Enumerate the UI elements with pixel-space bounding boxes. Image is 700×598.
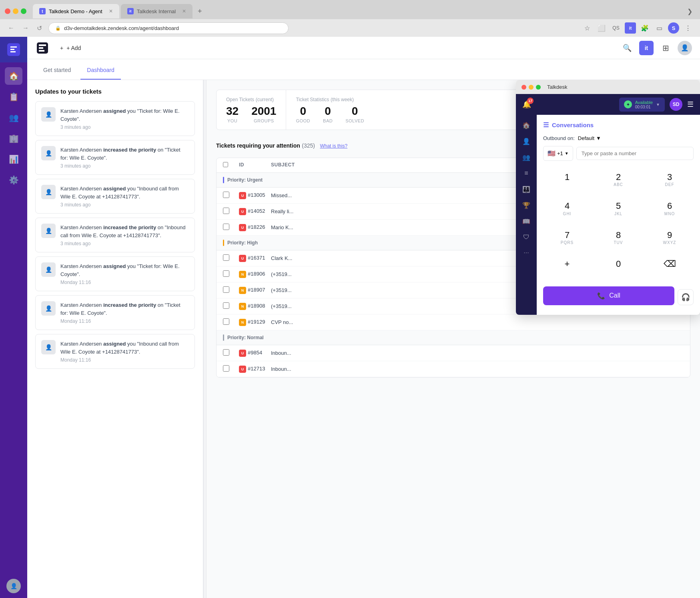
dialpad-key-7[interactable]: 7 PQRS <box>543 225 591 251</box>
popup-nav-queue[interactable]: ≡ <box>519 166 534 180</box>
td-ext-icon[interactable]: it <box>625 22 636 34</box>
new-tab-button[interactable]: + <box>194 6 205 17</box>
row-checkbox[interactable] <box>223 302 229 309</box>
sidebar-item-tickets[interactable]: 📋 <box>5 88 22 106</box>
priority-urgent-bar <box>223 177 224 183</box>
popup-close-button[interactable] <box>521 85 526 90</box>
tab1-close[interactable]: ✕ <box>109 8 113 14</box>
cs-ext-icon[interactable]: QS <box>610 22 622 34</box>
ticket-id: U#12713 <box>239 366 271 373</box>
row-checkbox[interactable] <box>223 270 229 277</box>
url-bar[interactable]: 🔒 d3v-demotalkdesk.zendesk.com/agent/das… <box>48 22 289 34</box>
sidebar-item-users[interactable]: 👥 <box>5 109 22 126</box>
country-selector[interactable]: 🇺🇸 +1 ▼ <box>543 146 573 161</box>
outbound-select[interactable]: Default ▼ <box>578 135 601 141</box>
dialpad-key-5[interactable]: 5 JKL <box>594 196 642 222</box>
add-button[interactable]: + + Add <box>56 42 85 54</box>
phone-number-input[interactable] <box>576 147 694 160</box>
row-checkbox[interactable] <box>223 286 229 293</box>
back-button[interactable]: ← <box>6 23 16 33</box>
row-checkbox[interactable] <box>223 365 229 372</box>
popup-nav-team[interactable]: 👨‍👩‍👦 <box>519 182 534 196</box>
row-checkbox[interactable] <box>223 254 229 261</box>
tabs-bar: Get started Dashboard <box>27 59 700 80</box>
popup-nav-conversations[interactable]: 👤 <box>519 134 534 148</box>
sidebar-item-home[interactable]: 🏠 <box>5 67 22 85</box>
table-row[interactable]: N#19129 CVP no... <box>217 314 690 330</box>
row-checkbox[interactable] <box>223 224 229 230</box>
what-is-this-link[interactable]: What is this? <box>320 143 347 149</box>
call-button[interactable]: 📞 Call <box>543 286 674 305</box>
phone-input-row: 🇺🇸 +1 ▼ <box>543 146 694 161</box>
update-content: Karsten Andersen assigned you "Inbound c… <box>60 185 189 208</box>
update-time: 3 minutes ago <box>60 124 189 130</box>
user-avatar-button[interactable]: 👤 <box>678 41 692 55</box>
sidebar-item-reports[interactable]: 🏢 <box>5 130 22 147</box>
table-row[interactable]: U#12713 Inboun... <box>217 361 690 377</box>
grid-button[interactable]: ⊞ <box>658 41 673 55</box>
popup-nav-contacts[interactable]: 👥 <box>519 150 534 164</box>
sidebar-nav: 🏠 📋 👥 🏢 📊 ⚙️ <box>5 62 22 574</box>
notification-bell[interactable]: 🔔 17 <box>522 100 531 109</box>
row-checkbox[interactable] <box>223 318 229 325</box>
sidebar-item-analytics[interactable]: 📊 <box>5 150 22 168</box>
dialpad-key-1[interactable]: 1 <box>543 167 591 193</box>
sidebar-agent-avatar[interactable]: 👤 <box>6 579 21 593</box>
browser-tab-2[interactable]: it Talkdesk Internal ✕ <box>121 4 193 18</box>
key-number: 7 <box>565 230 570 240</box>
row-checkbox[interactable] <box>223 208 229 214</box>
agent-icon: 👤 <box>10 583 17 589</box>
priority-high-bar <box>223 240 224 246</box>
refresh-button[interactable]: ↺ <box>35 23 44 34</box>
avatar: 👤 <box>41 262 56 277</box>
popup-nav-more-icon[interactable]: ··· <box>523 249 529 256</box>
popup-minimize-button[interactable] <box>529 85 534 90</box>
forward-button[interactable]: → <box>21 23 30 33</box>
popup-nav-shield[interactable]: 🛡 <box>519 230 534 244</box>
browser-profile[interactable]: S <box>668 22 679 34</box>
ticket-id: U#16371 <box>239 255 271 262</box>
dialpad-key-6[interactable]: 6 MNO <box>646 196 694 222</box>
dialpad-key-4[interactable]: 4 GHI <box>543 196 591 222</box>
popup-maximize-button[interactable] <box>536 85 541 90</box>
extensions-icon[interactable]: 🧩 <box>639 22 650 34</box>
stat-groups-label: GROUPS <box>251 118 276 123</box>
popup-menu-icon[interactable]: ☰ <box>687 100 694 109</box>
headset-button[interactable]: 🎧 <box>678 289 694 305</box>
list-item: 👤 Karsten Andersen assigned you "Ticket … <box>35 101 195 136</box>
minimize-traffic-light[interactable] <box>13 8 18 14</box>
screenshot-icon[interactable]: ⬜ <box>596 22 607 34</box>
dialpad-key-3[interactable]: 3 DEF <box>646 167 694 193</box>
talkdesk-icon-button[interactable]: it <box>639 41 654 55</box>
sidebar-toggle-icon[interactable]: ▭ <box>654 22 665 34</box>
browser-menu-icon[interactable]: ⋮ <box>682 22 694 34</box>
dialpad-key-backspace[interactable]: ⌫ <box>646 254 694 280</box>
table-row[interactable]: U#9854 Inboun... <box>217 345 690 361</box>
stat-solved-label: SOLVED <box>345 118 364 123</box>
priority-urgent-dot: U <box>239 192 246 199</box>
dialpad-key-plus[interactable]: + <box>543 254 591 280</box>
search-button[interactable]: 🔍 <box>620 41 634 55</box>
dialpad-key-9[interactable]: 9 WXYZ <box>646 225 694 251</box>
close-traffic-light[interactable] <box>5 8 10 14</box>
tab2-close[interactable]: ✕ <box>182 8 186 14</box>
browser-chevron-icon[interactable]: ❯ <box>684 6 695 17</box>
dialpad-key-2[interactable]: 2 ABC <box>594 167 642 193</box>
bookmark-icon[interactable]: ☆ <box>582 22 593 34</box>
checkbox-header <box>223 162 239 168</box>
popup-nav-home[interactable]: 🏠 <box>519 118 534 132</box>
popup-nav-trophy[interactable]: 🏆 <box>519 198 534 212</box>
maximize-traffic-light[interactable] <box>21 8 26 14</box>
row-checkbox[interactable] <box>223 192 229 198</box>
tab-dashboard[interactable]: Dashboard <box>80 61 121 80</box>
status-button[interactable]: ✦ Available 00:03:01 ▼ <box>619 98 665 112</box>
dialpad-key-8[interactable]: 8 TUV <box>594 225 642 251</box>
browser-tab-1[interactable]: t Talkdesk Demo - Agent ✕ <box>33 4 119 18</box>
popup-nav-knowledge[interactable]: 📖 <box>519 214 534 228</box>
select-all-checkbox[interactable] <box>223 162 228 167</box>
row-checkbox[interactable] <box>223 349 229 356</box>
sidebar-item-settings[interactable]: ⚙️ <box>5 171 22 189</box>
stat-bad: 0 BAD <box>323 106 333 123</box>
tab-get-started[interactable]: Get started <box>37 61 77 80</box>
dialpad-key-0[interactable]: 0 <box>594 254 642 280</box>
